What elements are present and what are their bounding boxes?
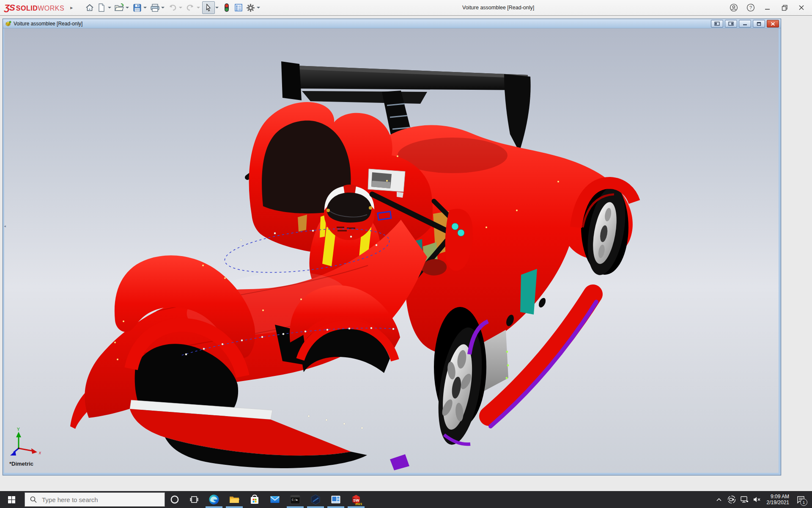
save-icon (133, 3, 142, 12)
restore-icon (782, 5, 788, 11)
doc-restore-button[interactable] (753, 20, 765, 28)
document-title: Voiture assomblee [Read-only] (14, 21, 82, 27)
rebuild-traffic-light-icon (224, 3, 230, 12)
select-tool-dropdown[interactable] (215, 7, 219, 8)
app-titlebar: ƷS SOLID WORKS ▸ (0, 0, 812, 16)
edge-icon (208, 494, 219, 505)
svg-text:?: ? (749, 5, 752, 10)
blue-window-app-icon (330, 494, 341, 505)
quick-access-toolbar (84, 1, 262, 14)
home-button[interactable] (84, 2, 96, 14)
account-icon (730, 3, 738, 12)
undo-dropdown[interactable] (179, 7, 182, 8)
taskbar-app-microsoft-store[interactable] (244, 491, 265, 508)
taskbar-search[interactable] (25, 492, 165, 507)
taskbar-app-hexagon[interactable] (305, 491, 326, 508)
close-button[interactable] (794, 2, 809, 14)
cortana-button[interactable] (165, 491, 184, 508)
account-button[interactable] (727, 2, 741, 14)
rear-bodywork[interactable] (387, 125, 634, 355)
task-view-button[interactable] (184, 491, 204, 508)
volume-button[interactable] (752, 491, 763, 508)
doc-close-button[interactable] (767, 20, 779, 28)
action-center-button[interactable]: 1 (793, 491, 808, 508)
view-orientation-label: *Dimetric (9, 461, 33, 467)
new-document-button[interactable] (96, 2, 107, 14)
open-folder-icon (114, 3, 124, 12)
taskbar-app-file-explorer[interactable] (224, 491, 244, 508)
start-button[interactable] (0, 491, 23, 508)
doc-minimize-button[interactable] (739, 20, 751, 28)
assembly-icon (5, 21, 11, 27)
undo-button[interactable] (167, 2, 178, 14)
minimize-icon (765, 5, 771, 11)
doc-restore-icon (757, 22, 761, 26)
redo-icon (186, 3, 195, 12)
doc-close-icon (771, 22, 775, 26)
taskbar-app-blue-window[interactable] (326, 491, 346, 508)
new-document-icon (97, 3, 106, 12)
meet-now-button[interactable] (726, 491, 737, 508)
task-view-icon (190, 496, 198, 503)
race-car-model[interactable] (70, 61, 634, 470)
open-button[interactable] (113, 2, 125, 14)
triad-y-label: Y (17, 427, 20, 432)
driver-helmet (324, 185, 375, 240)
pane-collapse-handle[interactable]: ◂ (3, 221, 7, 231)
front-bodywork[interactable] (70, 220, 427, 470)
options-button[interactable] (244, 2, 256, 14)
cortana-icon (170, 495, 179, 504)
save-button[interactable] (131, 2, 143, 14)
triad-x-label: x (38, 450, 41, 455)
cyan-button (458, 229, 464, 236)
file-properties-button[interactable] (233, 2, 244, 14)
taskbar-clock[interactable]: 9:09 AM 2/19/2021 (764, 494, 792, 505)
network-button[interactable] (739, 491, 750, 508)
print-button[interactable] (149, 2, 161, 14)
doc-split-left-button[interactable] (711, 20, 723, 28)
redo-dropdown[interactable] (197, 7, 200, 8)
solidworks-logo: ƷS SOLID WORKS (4, 3, 64, 13)
svg-text:2021: 2021 (355, 502, 362, 506)
undo-icon (168, 3, 177, 12)
taskbar-app-command-prompt[interactable]: C:\ (285, 491, 305, 508)
windows-taskbar: C:\ SW 2021 (0, 491, 812, 508)
print-icon (150, 3, 160, 12)
help-button[interactable]: ? (743, 2, 758, 14)
volume-muted-icon (753, 496, 761, 503)
file-explorer-icon (229, 494, 240, 505)
minimize-button[interactable] (760, 2, 775, 14)
options-dropdown[interactable] (257, 7, 260, 8)
search-input[interactable] (41, 496, 157, 504)
select-tool-button[interactable] (202, 1, 215, 14)
restore-button[interactable] (777, 2, 792, 14)
save-dropdown[interactable] (143, 7, 147, 8)
clock-date: 2/19/2021 (767, 500, 789, 505)
system-tray: 9:09 AM 2/19/2021 1 (713, 491, 812, 508)
print-dropdown[interactable] (161, 7, 165, 8)
cyan-button (452, 223, 458, 230)
taskbar-app-edge[interactable] (204, 491, 224, 508)
doc-split-right-button[interactable] (725, 20, 737, 28)
hidden-icons-button[interactable] (713, 491, 724, 508)
window-title: Voiture assomblee [Read-only] (462, 0, 534, 15)
taskbar-app-mail[interactable] (265, 491, 285, 508)
hexagon-app-icon (310, 494, 321, 505)
mail-icon (269, 494, 280, 505)
notification-badge: 1 (800, 499, 807, 506)
split-left-icon (714, 22, 720, 26)
document-titlebar[interactable]: Voiture assomblee [Read-only] (3, 19, 781, 28)
select-arrow-icon (205, 3, 212, 12)
search-icon (30, 496, 37, 503)
new-document-dropdown[interactable] (108, 7, 111, 8)
rebuild-button[interactable] (221, 2, 233, 14)
doc-minimize-icon (743, 22, 747, 26)
redo-button[interactable] (184, 2, 196, 14)
open-dropdown[interactable] (126, 7, 129, 8)
graphics-area[interactable]: Y x (4, 28, 779, 473)
3d-viewport[interactable]: Y x *Dimetric (4, 28, 779, 473)
taskbar-app-solidworks[interactable]: SW 2021 (346, 491, 366, 508)
network-ethernet-icon (740, 496, 749, 503)
logo-expand-arrow[interactable]: ▸ (70, 5, 73, 11)
split-right-icon (728, 22, 734, 26)
